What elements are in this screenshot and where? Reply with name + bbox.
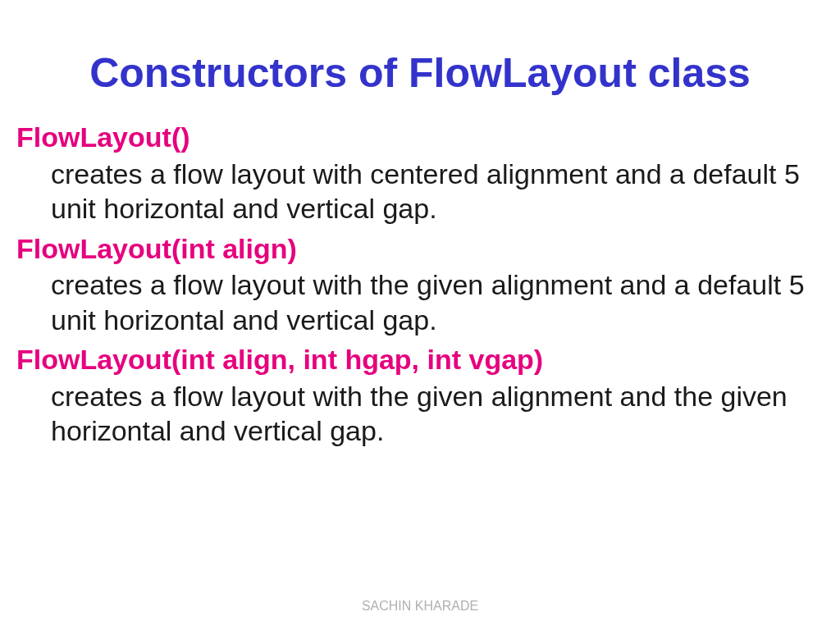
constructor-description: creates a flow layout with the given ali… <box>16 267 824 337</box>
constructor-description: creates a flow layout with centered alig… <box>16 157 824 226</box>
slide-content: Constructors of FlowLayout class FlowLay… <box>0 0 840 630</box>
constructor-signature: FlowLayout(int align, int hgap, int vgap… <box>16 342 824 377</box>
constructor-description: creates a flow layout with the given ali… <box>16 379 824 449</box>
constructor-signature: FlowLayout(int align) <box>16 231 824 267</box>
constructor-signature: FlowLayout() <box>16 120 824 155</box>
footer-author: SACHIN KHARADE <box>0 599 840 614</box>
slide-title: Constructors of FlowLayout class <box>16 49 824 97</box>
